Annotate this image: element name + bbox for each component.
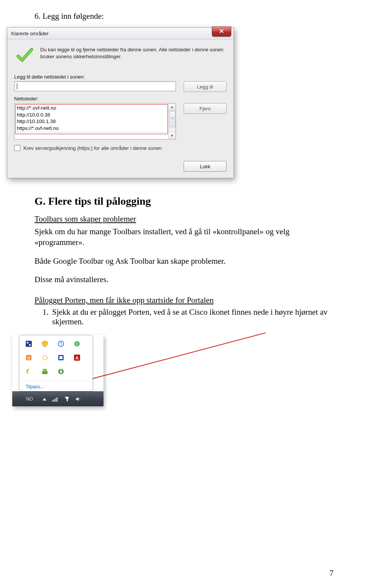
sites-list-label: Nettsteder: bbox=[14, 96, 227, 102]
dialog-screenshot-wrap: Klarerte områder Du kan legge til og bbox=[7, 27, 334, 178]
svg-rect-13 bbox=[43, 369, 47, 371]
dialog-info-text: Du kan legge til og fjerne nettsteder fr… bbox=[40, 46, 225, 60]
add-site-input[interactable] bbox=[14, 81, 176, 91]
portal-steps-list: Sjekk at du er pålogget Porten, ved å se… bbox=[34, 307, 334, 327]
close-button[interactable] bbox=[212, 26, 231, 36]
dialog-title: Klarerte områder bbox=[11, 31, 49, 36]
close-dialog-button[interactable]: Lukk bbox=[184, 161, 227, 172]
remove-button[interactable]: Fjern bbox=[184, 103, 227, 114]
svg-rect-16 bbox=[53, 400, 54, 402]
sites-listbox[interactable]: http://*.ovf-nett.no http://10.0.0.38 ht… bbox=[14, 103, 176, 140]
scroll-up-button[interactable]: ▲ bbox=[169, 103, 176, 111]
checkmark-icon bbox=[16, 46, 33, 64]
tray-icon[interactable] bbox=[57, 354, 65, 361]
portal-step-1: Sjekk at du er pålogget Porten, ved å se… bbox=[51, 307, 334, 327]
tray-icon bbox=[73, 368, 81, 375]
section-g-heading: G. Flere tips til pålogging bbox=[34, 195, 334, 207]
svg-rect-10 bbox=[59, 356, 62, 359]
tray-icon[interactable] bbox=[25, 340, 33, 348]
language-indicator[interactable]: NO bbox=[26, 396, 33, 402]
svg-point-8 bbox=[43, 355, 47, 360]
list-item[interactable]: http://10.0.0.38 bbox=[17, 112, 166, 118]
sites-list-row: http://*.ovf-nett.no http://10.0.0.38 ht… bbox=[14, 103, 227, 140]
svg-rect-15 bbox=[60, 371, 62, 373]
svg-rect-2 bbox=[27, 342, 28, 343]
dialog-footer: Lukk bbox=[14, 151, 227, 172]
list-item[interactable]: http://*.ovf-nett.no bbox=[17, 105, 166, 112]
tray-icon[interactable] bbox=[25, 368, 33, 375]
volume-icon[interactable] bbox=[74, 394, 83, 404]
shield-icon[interactable] bbox=[41, 340, 49, 348]
chevron-up-icon bbox=[43, 398, 46, 401]
add-button[interactable]: Legg til bbox=[184, 81, 227, 92]
scroll-down-button[interactable]: ▼ bbox=[169, 132, 176, 139]
tray-icon[interactable] bbox=[41, 368, 49, 375]
svg-text:S: S bbox=[27, 356, 30, 360]
tray-icon[interactable] bbox=[41, 354, 49, 361]
page-number: 7 bbox=[330, 568, 334, 578]
cisco-vpn-icon[interactable] bbox=[57, 368, 65, 375]
customize-tray-link[interactable]: Tilpass... bbox=[23, 381, 89, 389]
https-checkbox-label: Krev servergodkjenning (https:) for alle… bbox=[23, 145, 162, 151]
info-row: Du kan legge til og fjerne nettsteder fr… bbox=[14, 45, 227, 70]
https-checkbox[interactable] bbox=[14, 145, 20, 151]
step6-text: 6. Legg inn følgende: bbox=[34, 11, 334, 21]
svg-rect-3 bbox=[29, 344, 31, 346]
list-item[interactable]: http://10.100.1.38 bbox=[17, 118, 166, 125]
portal-subheading: Pålogget Porten, men får ikke opp starts… bbox=[34, 296, 334, 305]
tray-popup: S Tilpass... bbox=[19, 335, 93, 391]
svg-rect-17 bbox=[54, 399, 56, 402]
sites-items: http://*.ovf-nett.no http://10.0.0.38 ht… bbox=[15, 103, 169, 136]
https-checkbox-row: Krev servergodkjenning (https:) for alle… bbox=[14, 145, 227, 151]
tray-icon[interactable] bbox=[57, 340, 65, 348]
close-icon bbox=[219, 28, 224, 35]
trusted-sites-dialog: Klarerte områder Du kan legge til og bbox=[7, 27, 234, 178]
dialog-titlebar: Klarerte områder bbox=[7, 28, 233, 39]
list-item[interactable]: https://*.ovf-nett.no bbox=[17, 125, 166, 132]
toolbars-p2: Både Google Toolbar og Ask Toolbar kan s… bbox=[34, 256, 334, 266]
taskbar: NO bbox=[12, 391, 104, 406]
add-site-row: Legg til bbox=[14, 81, 227, 92]
toolbars-p3: Disse må avinstalleres. bbox=[34, 274, 334, 285]
svg-rect-12 bbox=[42, 371, 48, 374]
add-site-label: Legg til dette nettstedet i sonen: bbox=[14, 74, 227, 80]
toolbars-subheading: Toolbars som skaper problemer bbox=[34, 214, 334, 224]
dialog-body: Du kan legge til og fjerne nettsteder fr… bbox=[7, 39, 233, 178]
tray-icons-bar bbox=[51, 394, 83, 404]
text-cursor-icon bbox=[17, 83, 17, 89]
document-page: 6. Legg inn følgende: Klarerte områder bbox=[0, 0, 368, 588]
list-item-partial bbox=[17, 132, 166, 135]
globe-icon[interactable] bbox=[73, 340, 81, 348]
tray-screenshot-with-arrow: S Tilpass... NO bbox=[34, 335, 334, 406]
tray-expand-button[interactable] bbox=[40, 394, 49, 404]
svg-rect-18 bbox=[56, 397, 58, 402]
tray-icon[interactable]: S bbox=[25, 354, 33, 361]
action-center-icon[interactable] bbox=[62, 394, 71, 404]
system-tray-screenshot: S Tilpass... NO bbox=[12, 335, 104, 406]
tray-icons-grid: S bbox=[20, 335, 92, 378]
toolbars-p1: Sjekk om du har mange Toolbars installer… bbox=[34, 226, 334, 248]
scroll-thumb[interactable] bbox=[169, 111, 176, 127]
scrollbar[interactable]: ▲ ▼ bbox=[168, 103, 176, 139]
adobe-icon[interactable] bbox=[73, 354, 81, 361]
network-icon[interactable] bbox=[51, 394, 60, 404]
svg-rect-1 bbox=[26, 341, 32, 347]
